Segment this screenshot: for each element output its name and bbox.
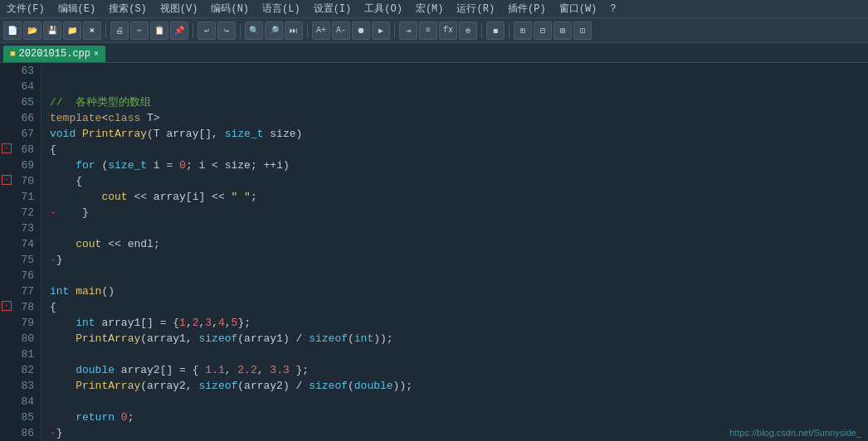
code-line-79: int array1[] = {1,2,3,4,5};: [50, 315, 868, 331]
tab-label: 20201015.cpp: [19, 48, 90, 60]
line-num-77: 77: [0, 284, 41, 299]
menu-file[interactable]: 文件(F): [3, 2, 48, 16]
kw-for: for: [76, 158, 95, 173]
code-line-77: int main(): [50, 284, 868, 299]
kw-void: void: [50, 126, 76, 142]
line-numbers: 63 64 65 66 67 - 68 69 - 70 71 72 73 74 …: [0, 63, 41, 441]
toolbar-misc7[interactable]: ⊡: [573, 22, 592, 40]
type-size_t: size_t: [225, 126, 264, 142]
menu-plugins[interactable]: 插件(P): [505, 2, 549, 16]
line-num-72: 72: [0, 205, 41, 220]
toolbar-undo[interactable]: ↩: [197, 22, 216, 40]
toolbar-findnext[interactable]: ⏭: [285, 22, 303, 40]
comment-span: // 各种类型的数组: [50, 94, 151, 110]
toolbar-redo[interactable]: ↪: [217, 22, 236, 40]
toolbar-zoomout[interactable]: A-: [332, 22, 350, 40]
line-num-70: - 70: [0, 173, 41, 189]
menu-help[interactable]: ?: [607, 3, 619, 15]
line-num-79: 79: [0, 315, 41, 331]
code-line-75: -}: [50, 252, 868, 268]
toolbar-paste[interactable]: 📌: [170, 22, 188, 40]
fold-68[interactable]: -: [2, 143, 12, 153]
code-line-68: {: [50, 142, 868, 158]
toolbar-wrap[interactable]: ⇥: [399, 22, 417, 40]
toolbar-misc4[interactable]: ⊞: [514, 22, 532, 40]
fn-main: main: [76, 284, 101, 299]
toolbar-misc2[interactable]: ⊕: [459, 22, 477, 40]
code-line-84: [50, 394, 868, 410]
line-num-71: 71: [0, 189, 41, 205]
menu-window[interactable]: 窗口(W): [556, 2, 601, 16]
kw-return: return: [76, 410, 115, 425]
fold-78[interactable]: -: [2, 301, 12, 311]
menu-macro[interactable]: 宏(M): [412, 2, 447, 16]
code-line-78: {: [50, 299, 868, 315]
menu-view[interactable]: 视图(V): [157, 2, 202, 16]
line-num-68: - 68: [0, 142, 41, 158]
toolbar-misc3[interactable]: ◼: [486, 22, 505, 40]
toolbar-indent[interactable]: ≡: [419, 22, 437, 40]
code-line-66: template<class T>: [50, 110, 868, 126]
toolbar-misc5[interactable]: ⊟: [534, 22, 552, 40]
line-num-86: 86: [0, 425, 41, 441]
menu-run[interactable]: 运行(R): [453, 2, 498, 16]
menu-search[interactable]: 搜索(S): [105, 2, 150, 16]
toolbar-sep1: [105, 23, 106, 38]
tab-close-button[interactable]: ×: [94, 50, 99, 59]
code-line-64: [50, 79, 868, 94]
toolbar-find[interactable]: 🔍: [245, 22, 263, 40]
toolbar-sep3: [240, 23, 241, 38]
code-line-71: cout << array[i] << " ";: [50, 189, 868, 205]
code-line-81: [50, 346, 868, 362]
code-line-63: [50, 63, 868, 79]
line-num-83: 83: [0, 378, 41, 394]
toolbar-print[interactable]: 🖨: [110, 22, 129, 40]
toolbar-zoomin[interactable]: A+: [312, 22, 330, 40]
toolbar-open[interactable]: 📂: [23, 22, 41, 40]
toolbar-misc6[interactable]: ⊠: [553, 22, 572, 40]
code-area[interactable]: // 各种类型的数组 template<class T> void PrintA…: [41, 63, 868, 441]
toolbar-sep5: [394, 23, 395, 38]
toolbar-run[interactable]: ▶: [372, 22, 390, 40]
toolbar-saveall[interactable]: 📁: [63, 22, 81, 40]
code-line-67: void PrintArray(T array[], size_t size): [50, 126, 868, 142]
toolbar-macro[interactable]: ⏺: [352, 22, 370, 40]
toolbar-close[interactable]: ✖: [83, 22, 101, 40]
line-num-84: 84: [0, 394, 41, 410]
toolbar-save[interactable]: 💾: [43, 22, 61, 40]
toolbar-new[interactable]: 📄: [3, 22, 22, 40]
toolbar-copy[interactable]: 📋: [150, 22, 168, 40]
toolbar-sep2: [193, 23, 193, 38]
code-line-72: - }: [50, 205, 868, 220]
code-line-73: [50, 220, 868, 236]
kw-class: class: [108, 110, 140, 126]
toolbar-sep6: [481, 23, 482, 38]
toolbar-sep4: [307, 23, 308, 38]
line-num-67: 67: [0, 126, 41, 142]
menu-encode[interactable]: 编码(N): [207, 2, 252, 16]
code-line-69: for (size_t i = 0; i < size; ++i): [50, 158, 868, 173]
tab-file[interactable]: ■ 20201015.cpp ×: [3, 46, 105, 62]
tabbar: ■ 20201015.cpp ×: [0, 43, 868, 63]
kw-template: template: [50, 110, 101, 126]
watermark: https://blog.csdn.net/Sunnyside_: [729, 428, 861, 438]
menu-language[interactable]: 语言(L): [259, 2, 304, 16]
line-num-65: 65: [0, 94, 41, 110]
line-num-76: 76: [0, 268, 41, 284]
toolbar-cut[interactable]: ✂: [130, 22, 149, 40]
line-num-75: 75: [0, 252, 41, 268]
fn-printarray: PrintArray: [82, 126, 147, 142]
menu-settings[interactable]: 设置(I): [310, 2, 355, 16]
line-num-80: 80: [0, 331, 41, 346]
line-num-78: - 78: [0, 299, 41, 315]
menu-edit[interactable]: 编辑(E): [55, 2, 100, 16]
code-line-76: [50, 268, 868, 284]
toolbar-misc1[interactable]: fx: [439, 22, 457, 40]
fold-70[interactable]: -: [2, 175, 12, 185]
code-line-74: cout << endl;: [50, 236, 868, 252]
line-num-63: 63: [0, 63, 41, 79]
toolbar-replace[interactable]: 🔎: [265, 22, 283, 40]
code-line-80: PrintArray(array1, sizeof(array1) / size…: [50, 331, 868, 346]
editor: 63 64 65 66 67 - 68 69 - 70 71 72 73 74 …: [0, 63, 868, 441]
menu-tools[interactable]: 工具(O): [361, 2, 406, 16]
